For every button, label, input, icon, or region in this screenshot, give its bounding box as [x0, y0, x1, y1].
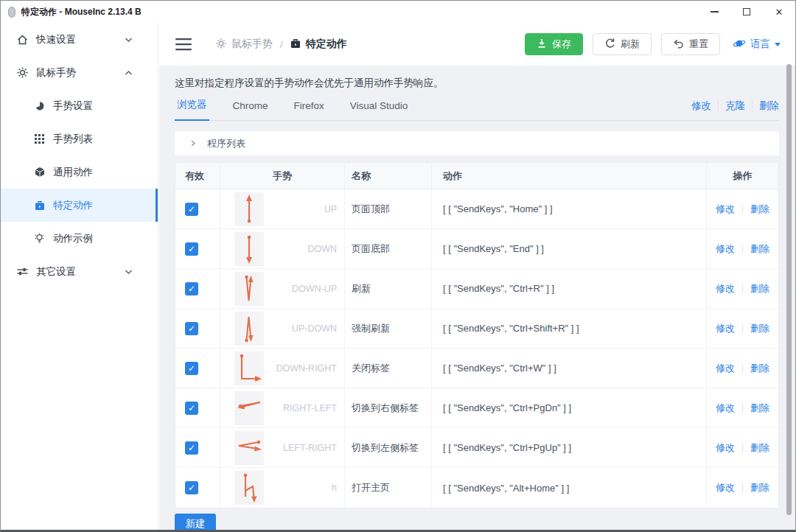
- sidebar-item-label: 动作示例: [53, 232, 93, 245]
- close-button[interactable]: ✕: [763, 1, 795, 23]
- table-row: ✓ UP-DOWN 强制刷新 [ [ "SendKeys", "Ctrl+Shi…: [175, 309, 778, 349]
- row-delete-link[interactable]: 删除: [750, 203, 769, 216]
- maximize-button[interactable]: [730, 1, 763, 23]
- gesture-icon: [234, 431, 264, 465]
- program-list-label: 程序列表: [207, 137, 245, 150]
- planet-icon: [733, 38, 746, 52]
- divider: [742, 205, 743, 214]
- row-enabled-checkbox[interactable]: ✓: [185, 203, 198, 216]
- row-modify-link[interactable]: 修改: [716, 481, 735, 494]
- sidebar-item-gesture-list[interactable]: 手势列表: [1, 122, 158, 155]
- toolbar: 鼠标手势 / 特定动作 保存: [159, 23, 795, 66]
- breadcrumb-label: 特定动作: [306, 38, 347, 51]
- language-label: 语言: [750, 38, 770, 51]
- row-enabled-checkbox[interactable]: ✓: [185, 282, 198, 295]
- column-header-enabled: 有效: [175, 163, 220, 189]
- breadcrumb: 鼠标手势 / 特定动作: [216, 38, 347, 51]
- row-modify-link[interactable]: 修改: [716, 402, 735, 415]
- table-header-row: 有效 手势 名称 动作 操作: [175, 163, 778, 189]
- sidebar-item-quick-settings[interactable]: 快速设置: [1, 23, 158, 56]
- row-delete-link[interactable]: 删除: [750, 402, 769, 415]
- breadcrumb-label: 鼠标手势: [231, 38, 273, 51]
- chevron-down-icon: [125, 37, 133, 43]
- tab-browser[interactable]: 浏览器: [175, 98, 209, 120]
- action-command: [ [ "SendKeys", "Ctrl+R" ] ]: [443, 283, 554, 294]
- delete-link[interactable]: 删除: [752, 99, 779, 113]
- sidebar-item-other-settings[interactable]: 其它设置: [1, 255, 158, 288]
- save-icon: [537, 38, 547, 51]
- clone-link[interactable]: 克隆: [718, 99, 752, 113]
- row-delete-link[interactable]: 删除: [750, 362, 769, 375]
- row-modify-link[interactable]: 修改: [716, 362, 735, 375]
- home-icon: [17, 35, 28, 45]
- row-enabled-checkbox[interactable]: ✓: [185, 481, 198, 494]
- row-enabled-checkbox[interactable]: ✓: [185, 441, 198, 455]
- gesture-name: DOWN: [264, 244, 344, 254]
- table-row: ✓ DOWN 页面底部 [ [ "SendKeys", "End" ] ] 修改…: [175, 229, 778, 269]
- sidebar-item-mouse-gestures[interactable]: 鼠标手势: [1, 56, 158, 89]
- sidebar-item-specific-actions[interactable]: 特定动作: [1, 189, 158, 222]
- row-delete-link[interactable]: 删除: [750, 322, 769, 335]
- close-icon: ✕: [775, 7, 783, 17]
- column-header-name: 名称: [345, 163, 432, 189]
- program-list-collapse[interactable]: 程序列表: [175, 131, 779, 155]
- divider: [742, 324, 743, 333]
- row-modify-link[interactable]: 修改: [716, 322, 735, 335]
- gesture-icon: [234, 312, 264, 346]
- sidebar-item-label: 手势设置: [53, 99, 93, 113]
- tab-firefox[interactable]: Firefox: [292, 100, 327, 120]
- grid-icon: [34, 134, 45, 144]
- language-dropdown[interactable]: 语言: [730, 38, 783, 52]
- action-name: 切换到右侧标签: [352, 402, 419, 415]
- chevron-down-icon: [125, 269, 133, 275]
- sidebar-item-label: 通用动作: [53, 166, 93, 179]
- vertical-scrollbar[interactable]: [786, 64, 792, 515]
- hamburger-menu-icon[interactable]: [175, 38, 192, 51]
- sidebar-item-action-examples[interactable]: 动作示例: [1, 222, 158, 255]
- palette-icon: [34, 101, 45, 111]
- row-enabled-checkbox[interactable]: ✓: [185, 362, 198, 375]
- column-header-operations: 操作: [707, 163, 778, 189]
- gesture-name: h: [264, 483, 344, 493]
- refresh-button[interactable]: 刷新: [593, 33, 652, 55]
- maximize-icon: [743, 8, 750, 15]
- divider: [742, 364, 743, 373]
- gear-icon: [216, 38, 226, 51]
- column-header-action: 动作: [432, 163, 707, 189]
- row-delete-link[interactable]: 删除: [750, 242, 769, 256]
- new-button[interactable]: 新建: [175, 514, 216, 532]
- tab-bar: 浏览器 Chrome Firefox Visual Studio 修改 克隆 删…: [175, 97, 779, 121]
- row-enabled-checkbox[interactable]: ✓: [185, 242, 198, 256]
- action-name: 刷新: [352, 282, 371, 295]
- row-enabled-checkbox[interactable]: ✓: [185, 402, 198, 415]
- reset-button[interactable]: 重置: [661, 33, 720, 55]
- row-modify-link[interactable]: 修改: [716, 203, 735, 216]
- tab-visual-studio[interactable]: Visual Studio: [348, 100, 411, 120]
- divider: [742, 444, 743, 452]
- main-area: 鼠标手势 / 特定动作 保存: [159, 23, 795, 530]
- breadcrumb-parent[interactable]: 鼠标手势: [216, 38, 273, 51]
- sidebar-item-label: 其它设置: [36, 265, 76, 279]
- tab-chrome[interactable]: Chrome: [231, 100, 270, 120]
- tab-actions: 修改 克隆 删除: [685, 99, 779, 120]
- action-name: 打开主页: [352, 481, 390, 494]
- minimize-button[interactable]: [698, 1, 730, 23]
- gesture-name: UP-DOWN: [264, 323, 344, 334]
- row-modify-link[interactable]: 修改: [716, 441, 735, 455]
- save-button[interactable]: 保存: [525, 33, 583, 55]
- divider: [742, 483, 743, 492]
- row-modify-link[interactable]: 修改: [716, 282, 735, 295]
- row-delete-link[interactable]: 删除: [750, 441, 769, 455]
- row-delete-link[interactable]: 删除: [750, 481, 769, 494]
- sidebar: 快速设置 鼠标手势 手势设置 手势列表: [1, 23, 158, 530]
- table-row: ✓ UP 页面顶部 [ [ "SendKeys", "Home" ] ] 修改 …: [175, 189, 778, 229]
- window-title: 特定动作 - MouseInc 2.13.4 B: [21, 6, 142, 18]
- row-modify-link[interactable]: 修改: [716, 242, 735, 256]
- row-delete-link[interactable]: 删除: [750, 282, 769, 295]
- row-enabled-checkbox[interactable]: ✓: [185, 322, 198, 335]
- sidebar-item-gesture-settings[interactable]: 手势设置: [1, 89, 158, 122]
- sidebar-item-general-actions[interactable]: 通用动作: [1, 155, 158, 189]
- action-command: [ [ "SendKeys", "Ctrl+PgDn" ] ]: [443, 402, 571, 413]
- modify-link[interactable]: 修改: [685, 99, 718, 113]
- sidebar-item-label: 快速设置: [36, 33, 76, 46]
